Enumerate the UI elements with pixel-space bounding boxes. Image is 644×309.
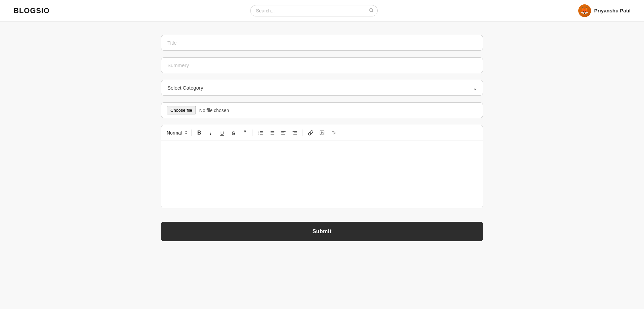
main-content: Select Category Technology Travel Food L… (154, 21, 490, 255)
search-icon (369, 8, 374, 13)
choose-file-button[interactable]: Choose file (167, 106, 196, 114)
category-field-wrapper: Select Category Technology Travel Food L… (161, 80, 483, 96)
file-input-container: Choose file No file chosen (161, 102, 483, 118)
rich-text-editor: Normal B I U S “ (161, 125, 483, 208)
editor-content-area[interactable] (161, 141, 483, 208)
file-field-wrapper: Choose file No file chosen (161, 102, 483, 118)
bold-button[interactable]: B (194, 128, 204, 138)
blockquote-button[interactable]: “ (240, 128, 250, 138)
category-select[interactable]: Select Category Technology Travel Food L… (161, 80, 483, 96)
title-field-wrapper (161, 35, 483, 51)
ordered-list-button[interactable]: 1 2 3 (256, 128, 266, 138)
strikethrough-button[interactable]: S (228, 128, 238, 138)
italic-button[interactable]: I (206, 128, 216, 138)
align-left-button[interactable] (278, 128, 288, 138)
svg-text:3: 3 (258, 133, 259, 135)
category-select-wrapper: Select Category Technology Travel Food L… (161, 80, 483, 96)
user-menu[interactable]: 🦊 Priyanshu Patil (578, 4, 631, 17)
unordered-list-button[interactable] (267, 128, 277, 138)
svg-line-1 (372, 11, 373, 12)
username-label: Priyanshu Patil (594, 8, 631, 13)
title-input[interactable] (161, 35, 483, 51)
editor-wrapper: Normal B I U S “ (161, 125, 483, 208)
svg-point-21 (321, 132, 322, 133)
toolbar-divider-2 (253, 130, 253, 136)
header: BLOGSIO 🦊 Priyanshu Patil (0, 0, 644, 21)
search-input[interactable] (250, 5, 378, 16)
link-button[interactable] (306, 128, 316, 138)
toolbar-divider-3 (303, 130, 303, 136)
summary-input[interactable] (161, 57, 483, 73)
file-no-chosen-label: No file chosen (199, 108, 229, 113)
logo: BLOGSIO (13, 6, 50, 15)
svg-point-13 (270, 134, 270, 135)
svg-point-11 (270, 131, 270, 132)
text-style-dropdown-icon[interactable] (184, 130, 189, 136)
toolbar-divider-1 (191, 130, 192, 136)
svg-point-12 (270, 133, 270, 133)
image-button[interactable] (317, 128, 327, 138)
clear-format-button[interactable]: Tx (328, 128, 338, 138)
underline-button[interactable]: U (217, 128, 227, 138)
submit-button[interactable]: Submit (161, 222, 483, 241)
text-style-selector: Normal (165, 129, 189, 137)
align-right-button[interactable] (290, 128, 300, 138)
summary-field-wrapper (161, 57, 483, 73)
text-style-label: Normal (165, 129, 183, 137)
search-bar (250, 5, 378, 16)
avatar: 🦊 (578, 4, 591, 17)
editor-toolbar: Normal B I U S “ (161, 125, 483, 141)
